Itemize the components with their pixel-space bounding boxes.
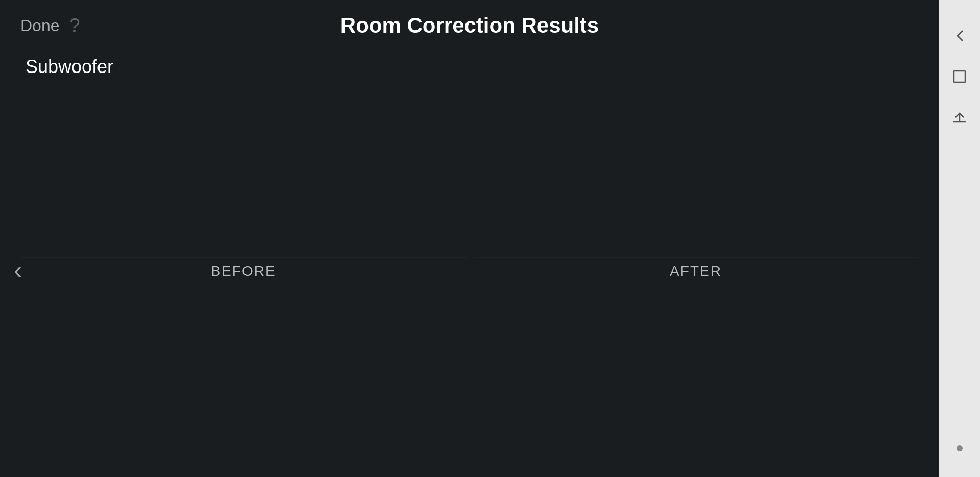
before-chart [20,257,467,258]
before-label: BEFORE [20,258,467,282]
sidebar-window-icon[interactable] [949,66,970,87]
sidebar-back-icon[interactable] [949,26,970,46]
after-chart-wrapper: AFTER [473,257,919,282]
sidebar-bottom-icon[interactable] [949,107,970,128]
charts-container: BEFORE [20,257,919,282]
done-button[interactable]: Done [20,16,60,35]
header: Done ? Room Correction Results [20,0,919,46]
subwoofer-label: Subwoofer [26,56,919,78]
svg-rect-42 [954,71,965,82]
after-grid [473,257,918,258]
before-chart-wrapper: BEFORE [20,257,467,282]
after-label: AFTER [473,258,919,282]
sidebar [939,0,980,477]
dot-indicator [957,445,963,451]
page-title: Room Correction Results [340,13,599,38]
help-icon[interactable]: ? [70,15,80,36]
after-chart [473,257,919,258]
before-grid [21,257,466,258]
prev-button[interactable]: ‹ [5,256,31,284]
main-content: Done ? Room Correction Results Subwoofer… [0,0,939,477]
charts-outer: ‹ [20,86,919,454]
